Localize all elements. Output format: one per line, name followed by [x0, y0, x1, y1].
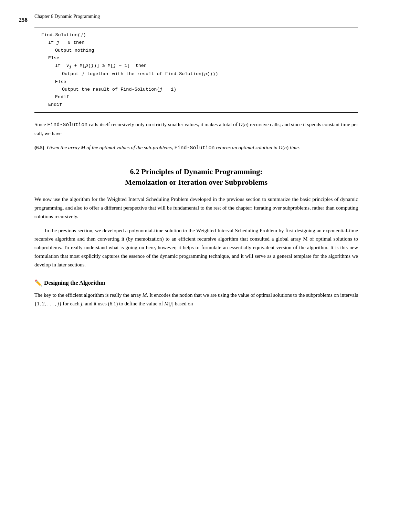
- code-line-6: Output j together with the result of Fin…: [41, 70, 351, 78]
- section-title-line2: Memoization or Iteration over Subproblem…: [125, 178, 267, 186]
- section-heading-62: 6.2 Principles of Dynamic Programming: M…: [34, 166, 358, 188]
- main-content: Chapter 6 Dynamic Programming Find-Solut…: [34, 14, 386, 503]
- theorem-65: (6.5) Given the array M of the optimal v…: [34, 143, 358, 153]
- code-line-7: Else: [41, 78, 351, 86]
- subsection-heading: ✏️ Designing the Algorithm: [34, 279, 358, 287]
- code-line-10: Endif: [41, 101, 351, 109]
- section-title: 6.2 Principles of Dynamic Programming: M…: [34, 166, 358, 188]
- paragraph-1: Since Find-Solution calls itself recursi…: [34, 120, 358, 138]
- pencil-icon: ✏️: [34, 279, 42, 287]
- code-line-9: Endif: [41, 93, 351, 101]
- left-margin: 258: [0, 14, 34, 503]
- code-line-5: If vj + M[p(j)] ≥ M[j − 1] then: [41, 62, 351, 70]
- code-line-4: Else: [41, 54, 351, 62]
- code-block: Find-Solution(j) If j = 0 then Output no…: [34, 28, 358, 113]
- chapter-header: Chapter 6 Dynamic Programming: [34, 14, 358, 19]
- code-line-2: If j = 0 then: [41, 39, 351, 47]
- paragraph-4: The key to the efficient algorithm is re…: [34, 291, 358, 308]
- subsection-title: Designing the Algorithm: [44, 280, 105, 286]
- page-number: 258: [19, 17, 28, 23]
- page: 258 Chapter 6 Dynamic Programming Find-S…: [0, 0, 420, 517]
- paragraph-2: We now use the algorithm for the Weighte…: [34, 195, 358, 221]
- code-line-3: Output nothing: [41, 47, 351, 54]
- section-title-line1: 6.2 Principles of Dynamic Programming:: [130, 167, 262, 176]
- code-line-8: Output the result of Find-Solution(j − 1…: [41, 86, 351, 93]
- code-line-1: Find-Solution(j): [41, 31, 351, 39]
- paragraph-3: In the previous section, we developed a …: [34, 226, 358, 269]
